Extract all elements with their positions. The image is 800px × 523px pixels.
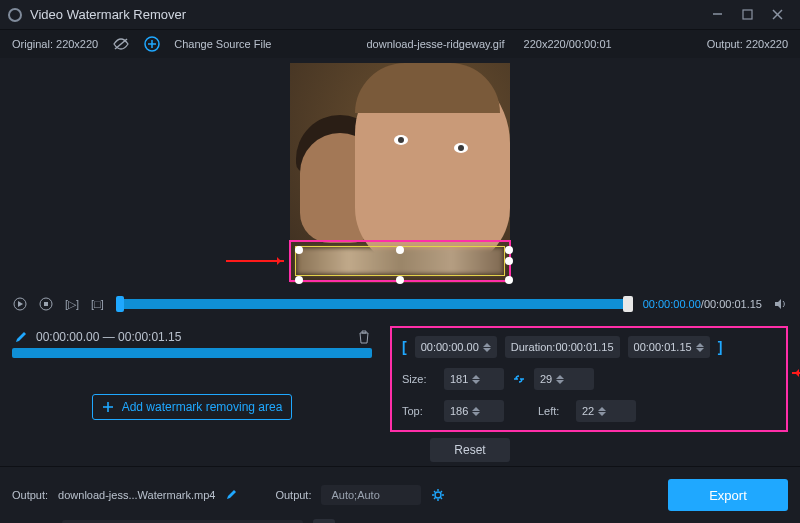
play-button[interactable] (12, 296, 28, 312)
reset-button[interactable]: Reset (430, 438, 510, 462)
info-toolbar: Original: 220x220 Change Source File dow… (0, 30, 800, 58)
watermark-selection-box[interactable] (289, 240, 511, 282)
left-input[interactable]: 22 (576, 400, 636, 422)
preview-toggle-icon[interactable] (112, 37, 130, 51)
top-label: Top: (402, 405, 436, 417)
svg-point-17 (435, 492, 441, 498)
height-input[interactable]: 29 (534, 368, 594, 390)
stop-button[interactable] (38, 296, 54, 312)
svg-marker-9 (18, 301, 23, 307)
add-source-icon[interactable] (144, 36, 160, 52)
width-input[interactable]: 181 (444, 368, 504, 390)
step-frame-button[interactable]: [▷] (64, 296, 80, 312)
change-source-link[interactable]: Change Source File (174, 38, 271, 50)
duration-display: Duration:00:00:01.15 (505, 336, 620, 358)
close-button[interactable] (762, 5, 792, 25)
end-time-input[interactable]: 00:00:01.15 (628, 336, 710, 358)
app-logo (8, 8, 22, 22)
export-button[interactable]: Export (668, 479, 788, 511)
annotation-arrow-left (226, 260, 284, 262)
time-current: 00:00:00.00 (643, 298, 701, 310)
segment-range: 00:00:00.00 — 00:00:01.15 (36, 330, 181, 344)
link-size-icon[interactable] (512, 373, 526, 385)
left-label: Left: (538, 405, 568, 417)
app-title: Video Watermark Remover (30, 7, 702, 22)
start-time-input[interactable]: 00:00:00.00 (415, 336, 497, 358)
selection-parameters: [ 00:00:00.00 Duration:00:00:01.15 00:00… (390, 326, 788, 432)
delete-segment-icon[interactable] (358, 330, 370, 344)
add-area-label: Add watermark removing area (122, 400, 283, 414)
output-format-value[interactable]: Auto;Auto (321, 485, 421, 505)
output-settings-icon[interactable] (431, 488, 445, 502)
source-fileinfo: 220x220/00:00:01 (524, 38, 612, 50)
snapshot-button[interactable]: [□] (90, 296, 106, 312)
top-input[interactable]: 186 (444, 400, 504, 422)
maximize-button[interactable] (732, 5, 762, 25)
volume-icon[interactable] (772, 296, 788, 312)
timeline-slider[interactable] (116, 299, 633, 309)
save-path-dropdown[interactable] (313, 519, 335, 523)
pen-icon (14, 330, 28, 344)
timeline-start-handle[interactable] (116, 296, 124, 312)
output-size-label: Output: 220x220 (707, 38, 788, 50)
open-folder-button[interactable] (345, 519, 367, 523)
time-total: 00:00:01.15 (704, 298, 762, 310)
add-area-button[interactable]: Add watermark removing area (92, 394, 292, 420)
original-size-label: Original: 220x220 (12, 38, 98, 50)
time-display: 00:00:00.00/00:00:01.15 (643, 298, 762, 310)
annotation-arrow-right (792, 372, 800, 374)
minimize-button[interactable] (702, 5, 732, 25)
bracket-end-icon[interactable]: ] (718, 339, 723, 355)
bracket-start-icon[interactable]: [ (402, 339, 407, 355)
svg-text:[□]: [□] (91, 298, 104, 310)
output-file-label: Output: (12, 489, 48, 501)
svg-text:[▷]: [▷] (65, 298, 79, 310)
footer: Output: download-jess...Watermark.mp4 Ou… (0, 466, 800, 523)
output-file-value: download-jess...Watermark.mp4 (58, 489, 215, 501)
svg-marker-14 (775, 299, 781, 309)
edit-output-icon[interactable] (225, 489, 237, 501)
svg-rect-11 (44, 302, 48, 306)
video-preview (0, 58, 800, 288)
output-format-label: Output: (275, 489, 311, 501)
source-filename: download-jesse-ridgeway.gif (366, 38, 504, 50)
playback-bar: [▷] [□] 00:00:00.00/00:00:01.15 (0, 288, 800, 320)
segment-list: 00:00:00.00 — 00:00:01.15 Add watermark … (12, 326, 372, 432)
segment-bar[interactable] (12, 348, 372, 358)
timeline-end-handle[interactable] (623, 296, 633, 312)
titlebar: Video Watermark Remover (0, 0, 800, 30)
size-label: Size: (402, 373, 436, 385)
segment-item[interactable]: 00:00:00.00 — 00:00:01.15 (12, 326, 372, 348)
svg-rect-1 (743, 10, 752, 19)
